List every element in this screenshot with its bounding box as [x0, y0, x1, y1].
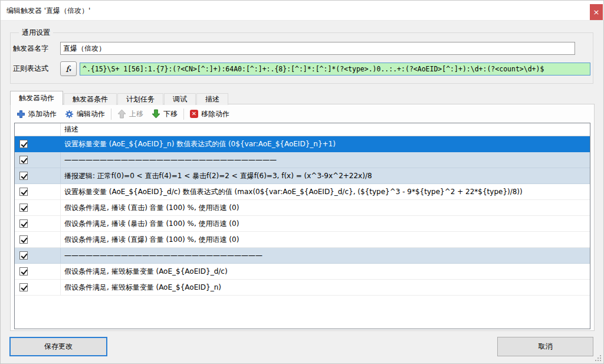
row-checkbox[interactable]	[19, 283, 28, 291]
save-button[interactable]: 保存更改	[9, 337, 107, 356]
table-row[interactable]: 假设条件满足, 播读 (直击) 音量 (100) %, 使用语速 (0)	[15, 200, 590, 216]
close-button[interactable]: ×	[590, 4, 603, 20]
table-row[interactable]: 假设条件满足, 播读 (直爆) 音量 (100) %, 使用语速 (0)	[15, 232, 590, 248]
row-description: 假设条件满足, 摧毁标量变量 (AoE_${AoEID}_d/c)	[61, 264, 590, 279]
table-row[interactable]: ————————————————————————————	[15, 248, 590, 264]
move-down-label: 下移	[163, 109, 178, 119]
row-checkbox[interactable]	[19, 204, 28, 212]
table-row[interactable]: 设置标量变量 (AoE_${AoEID}_n) 数值表达式的值 (0${var:…	[15, 136, 590, 152]
gear-icon	[65, 110, 74, 119]
trigger-actions-tabpage: 添加动作 编辑动作	[10, 104, 595, 331]
row-checkbox-cell	[15, 248, 61, 263]
row-description: 假设条件满足, 播读 (直爆) 音量 (100) %, 使用语速 (0)	[61, 232, 590, 247]
trigger-name-label: 触发器名字	[13, 44, 60, 54]
table-row[interactable]: 设置标量变量 (AoE_${AoEID}_d/c) 数值表达式的值 (max(0…	[15, 184, 590, 200]
trigger-name-row: 触发器名字	[13, 42, 575, 55]
header-checkbox-column	[15, 123, 61, 136]
row-checkbox-cell	[15, 216, 61, 231]
table-row[interactable]: 播报逻辑: 正常f(0)=0 < 直击f(4)=1 < 暴击f(2)=2 < 直…	[15, 168, 590, 184]
row-checkbox-cell	[15, 136, 61, 152]
table-row[interactable]: ——————————————————————————————	[15, 152, 590, 168]
row-checkbox-cell	[15, 168, 61, 183]
edit-action-label: 编辑动作	[77, 109, 105, 119]
add-action-label: 添加动作	[28, 109, 57, 119]
group-title: 通用设置	[19, 28, 53, 38]
regex-label: 正则表达式	[13, 64, 60, 74]
table-header: 描述	[15, 123, 590, 136]
remove-icon: ✕	[190, 110, 198, 118]
action-table-body: 设置标量变量 (AoE_${AoEID}_n) 数值表达式的值 (0${var:…	[15, 136, 590, 296]
row-checkbox-cell	[15, 280, 61, 295]
arrow-down-icon	[152, 109, 160, 119]
row-checkbox-cell	[15, 232, 61, 247]
row-description: ——————————————————————————————	[61, 152, 590, 168]
row-description: ————————————————————————————	[61, 248, 590, 263]
edit-action-button[interactable]: 编辑动作	[61, 108, 109, 120]
row-description: 假设条件满足, 播读 (暴击) 音量 (100) %, 使用语速 (0)	[61, 216, 590, 231]
row-description: 设置标量变量 (AoE_${AoEID}_d/c) 数值表达式的值 (max(0…	[61, 184, 590, 199]
table-row[interactable]: 假设条件满足, 播读 (暴击) 音量 (100) %, 使用语速 (0)	[15, 216, 590, 232]
row-checkbox[interactable]	[19, 251, 28, 260]
remove-action-label: 移除动作	[201, 109, 229, 119]
general-settings-group: 通用设置 触发器名字 正则表达式 f▾	[10, 32, 593, 84]
row-checkbox-cell	[15, 264, 61, 279]
tab-description[interactable]: 描述	[196, 93, 228, 105]
row-checkbox-cell	[15, 152, 61, 168]
move-down-button[interactable]: 下移	[147, 108, 182, 120]
row-checkbox[interactable]	[19, 156, 28, 164]
actions-toolbar: 添加动作 编辑动作	[12, 106, 592, 122]
trigger-name-input[interactable]	[60, 42, 575, 55]
action-table: 描述 设置标量变量 (AoE_${AoEID}_n) 数值表达式的值 (0${v…	[14, 123, 590, 329]
row-checkbox[interactable]	[19, 219, 28, 228]
row-checkbox-cell	[15, 200, 61, 215]
dialog-window: 编辑触发器 '直爆（倍攻）' × 通用设置 触发器名字 正则表达式 f▾ 触发器…	[0, 0, 604, 364]
arrow-up-icon	[117, 109, 126, 119]
row-checkbox[interactable]	[19, 235, 28, 244]
row-checkbox[interactable]	[19, 188, 28, 196]
row-checkbox-cell	[15, 184, 61, 199]
regex-row: 正则表达式 f▾	[13, 61, 590, 76]
remove-action-button[interactable]: ✕ 移除动作	[186, 108, 234, 120]
resize-grip[interactable]	[594, 354, 601, 361]
table-row[interactable]: 假设条件满足, 摧毁标量变量 (AoE_${AoEID}_n)	[15, 280, 590, 296]
row-checkbox[interactable]	[19, 172, 28, 180]
move-up-button[interactable]: 上移	[113, 108, 147, 120]
chevron-down-icon: ▾	[69, 68, 71, 73]
row-description: 播报逻辑: 正常f(0)=0 < 直击f(4)=1 < 暴击f(2)=2 < 直…	[61, 168, 590, 183]
toolbar-separator	[111, 109, 111, 120]
window-title: 编辑触发器 '直爆（倍攻）'	[6, 6, 90, 16]
tab-trigger-conditions[interactable]: 触发器条件	[64, 93, 117, 105]
tab-debug[interactable]: 调试	[164, 93, 196, 105]
titlebar: 编辑触发器 '直爆（倍攻）' ×	[1, 1, 603, 21]
tab-bar: 触发器动作 触发器条件 计划任务 调试 描述	[10, 91, 229, 105]
function-dropdown-icon: f	[65, 65, 68, 73]
header-description: 描述	[61, 124, 78, 135]
row-description: 设置标量变量 (AoE_${AoEID}_n) 数值表达式的值 (0${var:…	[61, 136, 590, 152]
toolbar-separator	[183, 109, 184, 120]
row-description: 假设条件满足, 播读 (直击) 音量 (100) %, 使用语速 (0)	[61, 200, 590, 215]
row-description: 假设条件满足, 摧毁标量变量 (AoE_${AoEID}_n)	[61, 280, 590, 295]
move-up-label: 上移	[129, 109, 143, 119]
row-checkbox[interactable]	[19, 267, 28, 276]
regex-input[interactable]	[80, 63, 590, 76]
row-checkbox[interactable]	[19, 140, 28, 148]
cancel-button[interactable]: 取消	[497, 337, 593, 356]
table-row[interactable]: 假设条件满足, 摧毁标量变量 (AoE_${AoEID}_d/c)	[15, 264, 590, 280]
add-action-button[interactable]: 添加动作	[12, 108, 61, 120]
close-icon: ×	[593, 8, 600, 17]
plus-icon	[17, 110, 25, 119]
tab-trigger-actions[interactable]: 触发器动作	[10, 91, 63, 105]
tab-scheduled-tasks[interactable]: 计划任务	[117, 93, 163, 105]
fx-button[interactable]: f▾	[60, 61, 77, 76]
